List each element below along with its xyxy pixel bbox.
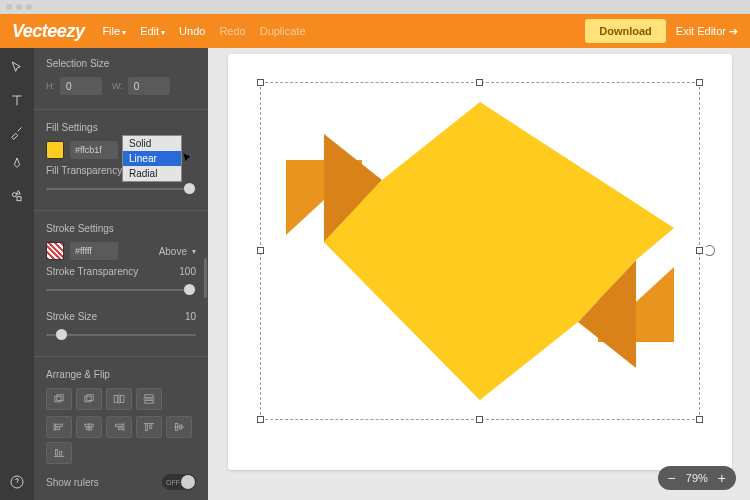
flip-vertical-button[interactable] — [136, 388, 162, 410]
menu-redo[interactable]: Redo — [219, 25, 245, 37]
svg-rect-1 — [17, 197, 21, 201]
top-menu-bar: Vecteezy File▾ Edit▾ Undo Redo Duplicate… — [0, 14, 750, 48]
stroke-size-slider[interactable] — [46, 328, 196, 342]
stroke-transparency-slider[interactable] — [46, 283, 196, 297]
chevron-down-icon: ▾ — [122, 28, 126, 37]
cursor-icon — [181, 152, 195, 168]
height-label: H: — [46, 81, 55, 91]
resize-handle[interactable] — [696, 247, 703, 254]
chevron-down-icon: ▾ — [192, 247, 196, 256]
stroke-color-swatch[interactable] — [46, 242, 64, 260]
svg-rect-15 — [116, 424, 123, 426]
svg-rect-7 — [114, 396, 118, 403]
zoom-control: − 79% + — [658, 466, 736, 490]
bring-forward-button[interactable] — [46, 388, 72, 410]
svg-rect-11 — [56, 424, 63, 426]
align-bottom-button[interactable] — [46, 442, 72, 464]
rotate-handle[interactable] — [704, 245, 715, 256]
svg-rect-6 — [85, 396, 91, 402]
canvas[interactable] — [228, 54, 732, 470]
select-tool-icon[interactable] — [7, 58, 27, 78]
fill-option-solid[interactable]: Solid — [123, 136, 181, 151]
fill-settings-label: Fill Settings — [46, 122, 196, 133]
resize-handle[interactable] — [476, 416, 483, 423]
svg-rect-17 — [146, 425, 148, 431]
fill-color-swatch[interactable] — [46, 141, 64, 159]
menu-edit[interactable]: Edit▾ — [140, 25, 165, 37]
fill-option-linear[interactable]: Linear — [123, 151, 181, 166]
zoom-out-button[interactable]: − — [668, 471, 676, 485]
traffic-light — [16, 4, 22, 10]
properties-panel: Selection Size H: 0 W: 0 Fill Settings #… — [34, 48, 208, 500]
svg-rect-22 — [60, 452, 62, 456]
stroke-size-label: Stroke Size — [46, 311, 97, 322]
stroke-transparency-label: Stroke Transparency — [46, 266, 138, 277]
traffic-light — [26, 4, 32, 10]
pen-tool-icon[interactable] — [7, 154, 27, 174]
resize-handle[interactable] — [476, 79, 483, 86]
show-rulers-label: Show rulers — [46, 477, 99, 488]
stroke-settings-label: Stroke Settings — [46, 223, 196, 234]
zoom-value: 79% — [686, 472, 708, 484]
download-button[interactable]: Download — [585, 19, 666, 43]
svg-rect-16 — [118, 428, 122, 430]
menu-undo[interactable]: Undo — [179, 25, 205, 37]
fill-transparency-label: Fill Transparency — [46, 165, 122, 176]
align-center-h-button[interactable] — [76, 416, 102, 438]
menu-file[interactable]: File▾ — [102, 25, 126, 37]
brush-tool-icon[interactable] — [7, 122, 27, 142]
fill-hex-input[interactable]: #ffcb1f — [70, 141, 118, 159]
stroke-size-value: 10 — [185, 311, 196, 322]
selection-size-label: Selection Size — [46, 58, 196, 69]
resize-handle[interactable] — [257, 79, 264, 86]
svg-rect-21 — [56, 450, 58, 456]
help-icon[interactable] — [7, 472, 27, 492]
width-input[interactable]: 0 — [128, 77, 170, 95]
fill-transparency-slider[interactable] — [46, 182, 196, 196]
flip-horizontal-button[interactable] — [106, 388, 132, 410]
svg-rect-12 — [56, 428, 60, 430]
stroke-transparency-value: 100 — [179, 266, 196, 277]
svg-rect-18 — [150, 425, 152, 429]
svg-point-0 — [12, 193, 16, 197]
height-input[interactable]: 0 — [60, 77, 102, 95]
exit-editor-button[interactable]: Exit Editor ➔ — [676, 25, 738, 38]
align-center-v-button[interactable] — [166, 416, 192, 438]
svg-rect-10 — [145, 400, 153, 403]
window-titlebar — [0, 0, 750, 14]
show-rulers-toggle[interactable]: OFF — [162, 474, 196, 490]
svg-rect-8 — [120, 396, 124, 403]
align-right-button[interactable] — [106, 416, 132, 438]
canvas-area: − 79% + — [208, 48, 750, 500]
svg-rect-9 — [145, 395, 153, 398]
stroke-position-select[interactable]: Above▾ — [159, 246, 196, 257]
svg-rect-3 — [55, 396, 61, 402]
stroke-hex-input[interactable]: #fffff — [70, 242, 118, 260]
send-backward-button[interactable] — [76, 388, 102, 410]
svg-rect-5 — [87, 395, 93, 401]
tool-rail — [0, 48, 34, 500]
width-label: W: — [112, 81, 123, 91]
brand-logo: Vecteezy — [12, 21, 84, 42]
arrange-flip-label: Arrange & Flip — [46, 369, 196, 380]
fill-type-dropdown[interactable]: Solid Linear Radial — [122, 135, 182, 182]
scrollbar[interactable] — [204, 258, 207, 298]
text-tool-icon[interactable] — [7, 90, 27, 110]
selection-bounding-box[interactable] — [260, 82, 700, 420]
resize-handle[interactable] — [696, 416, 703, 423]
resize-handle[interactable] — [696, 79, 703, 86]
traffic-light — [6, 4, 12, 10]
chevron-down-icon: ▾ — [161, 28, 165, 37]
align-left-button[interactable] — [46, 416, 72, 438]
resize-handle[interactable] — [257, 247, 264, 254]
zoom-in-button[interactable]: + — [718, 471, 726, 485]
fill-option-radial[interactable]: Radial — [123, 166, 181, 181]
resize-handle[interactable] — [257, 416, 264, 423]
align-top-button[interactable] — [136, 416, 162, 438]
shapes-tool-icon[interactable] — [7, 186, 27, 206]
svg-rect-4 — [57, 395, 63, 401]
menu-duplicate[interactable]: Duplicate — [260, 25, 306, 37]
